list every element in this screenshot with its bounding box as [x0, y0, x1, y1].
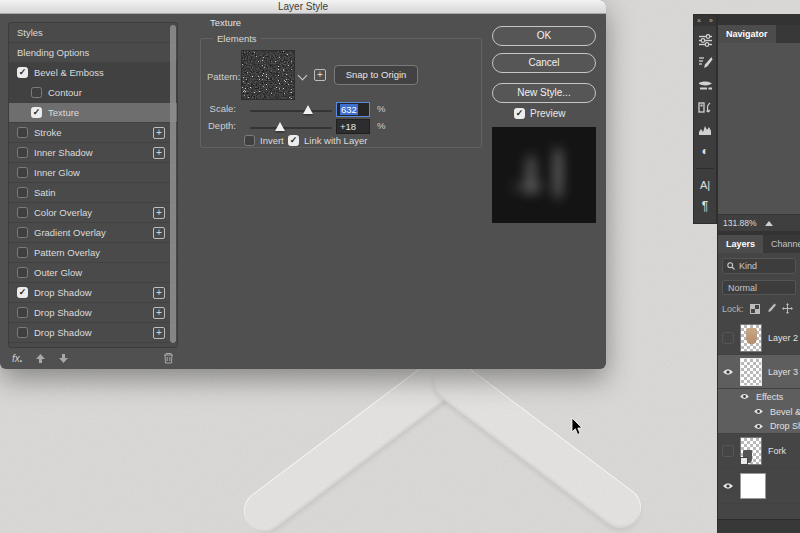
visibility-toggle[interactable]	[752, 420, 764, 432]
new-pattern-button[interactable]	[314, 69, 326, 81]
sidebar-item-styles[interactable]: Styles	[9, 23, 177, 43]
cancel-button[interactable]: Cancel	[492, 53, 596, 73]
dialog-titlebar[interactable]: Layer Style	[0, 0, 606, 14]
histogram-icon[interactable]	[698, 124, 713, 136]
layer-row-selected[interactable]: Layer 3	[718, 355, 800, 389]
checkbox[interactable]	[17, 227, 28, 238]
checkbox[interactable]	[17, 267, 28, 278]
layer-thumbnail[interactable]	[740, 473, 766, 499]
layer-thumbnail[interactable]	[740, 358, 762, 386]
layer-thumbnail[interactable]	[740, 437, 762, 465]
sidebar-item-drop-shadow-1[interactable]: Drop Shadow	[9, 283, 177, 303]
scale-input[interactable]: 632	[336, 102, 370, 117]
visibility-toggle[interactable]	[722, 332, 734, 344]
effect-dropshadow-row[interactable]: Drop Shadow	[718, 419, 800, 434]
depth-slider-track[interactable]	[250, 127, 332, 129]
sidebar-item-texture[interactable]: Texture	[9, 103, 177, 123]
add-instance-button[interactable]	[153, 307, 165, 319]
tab-channels[interactable]: Channels	[763, 235, 800, 253]
visibility-toggle[interactable]	[722, 445, 734, 457]
color-lookup-icon[interactable]: ◐	[701, 145, 708, 157]
snap-to-origin-button[interactable]: Snap to Origin	[334, 65, 418, 85]
tab-layers[interactable]: Layers	[718, 235, 763, 253]
sidebar-item-outer-glow[interactable]: Outer Glow	[9, 263, 177, 283]
sidebar-item-blending-options[interactable]: Blending Options	[9, 43, 177, 63]
sidebar-item-drop-shadow-3[interactable]: Drop Shadow	[9, 323, 177, 343]
sidebar-item-inner-glow[interactable]: Inner Glow	[9, 163, 177, 183]
sidebar-item-drop-shadow-2[interactable]: Drop Shadow	[9, 303, 177, 323]
depth-slider-thumb[interactable]	[275, 122, 285, 131]
lock-transparency-icon[interactable]	[750, 304, 760, 314]
layer-row[interactable]: Layer 2	[718, 321, 800, 355]
add-instance-button[interactable]	[153, 227, 165, 239]
checkbox[interactable]	[17, 187, 28, 198]
scale-slider-track[interactable]	[250, 110, 332, 112]
preview-checkbox-checked[interactable]	[514, 108, 525, 119]
layer-name[interactable]: Fork	[768, 446, 786, 456]
add-instance-button[interactable]	[153, 127, 165, 139]
zoom-value[interactable]: 131.88%	[723, 218, 757, 228]
link-checkbox-row[interactable]: Link with Layer	[288, 135, 367, 146]
clone-source-icon[interactable]	[698, 101, 712, 115]
navigator-preview[interactable]	[718, 43, 800, 214]
sidebar-item-gradient-overlay[interactable]: Gradient Overlay	[9, 223, 177, 243]
move-down-button[interactable]	[58, 353, 69, 364]
brushes-icon[interactable]	[698, 79, 713, 92]
checkbox[interactable]	[17, 147, 28, 158]
fx-menu-button[interactable]: fx	[12, 353, 23, 364]
add-instance-button[interactable]	[153, 287, 165, 299]
preview-checkbox-row[interactable]: Preview	[514, 108, 566, 119]
visibility-toggle[interactable]	[722, 480, 734, 492]
sidebar-item-bevel-emboss[interactable]: Bevel & Emboss	[9, 63, 177, 83]
layer-thumbnail[interactable]	[740, 324, 762, 352]
blend-mode-select[interactable]: Normal	[722, 280, 796, 295]
checkbox-checked[interactable]	[17, 287, 28, 298]
lock-pixels-icon[interactable]	[766, 303, 776, 314]
checkbox[interactable]	[17, 127, 28, 138]
visibility-toggle[interactable]	[752, 406, 764, 418]
sidebar-item-inner-shadow[interactable]: Inner Shadow	[9, 143, 177, 163]
invert-checkbox-row[interactable]: Invert	[244, 135, 284, 146]
background-layer-row[interactable]	[718, 468, 800, 504]
checkbox[interactable]	[17, 247, 28, 258]
layer-name[interactable]: Layer 2	[768, 333, 798, 343]
checkbox[interactable]	[17, 327, 28, 338]
layer-filter[interactable]: Kind	[722, 258, 796, 274]
zoom-out-icon[interactable]	[765, 221, 773, 226]
add-instance-button[interactable]	[153, 327, 165, 339]
checkbox[interactable]	[17, 307, 28, 318]
scale-slider-thumb[interactable]	[303, 105, 313, 114]
properties-icon[interactable]	[698, 34, 713, 47]
panel-group-header[interactable]	[718, 14, 800, 25]
move-up-button[interactable]	[35, 353, 46, 364]
character-panel-icon[interactable]: A|	[700, 180, 710, 191]
ok-button[interactable]: OK	[492, 26, 596, 46]
expand-panels-icon[interactable]: »	[709, 15, 713, 26]
effects-row[interactable]: Effects	[718, 389, 800, 404]
lock-position-icon[interactable]	[782, 303, 793, 314]
close-icon[interactable]: ×	[697, 15, 701, 26]
invert-checkbox[interactable]	[244, 135, 255, 146]
brush-settings-icon[interactable]	[698, 56, 713, 70]
depth-input[interactable]: +18	[336, 119, 370, 134]
new-style-button[interactable]: New Style...	[492, 83, 596, 103]
checkbox[interactable]	[17, 207, 28, 218]
paragraph-panel-icon[interactable]: ¶	[702, 200, 708, 212]
checkbox[interactable]	[31, 87, 42, 98]
layer-name[interactable]: Layer 3	[768, 367, 798, 377]
link-checkbox-checked[interactable]	[288, 135, 299, 146]
delete-effect-button[interactable]	[163, 352, 174, 364]
sidebar-item-color-overlay[interactable]: Color Overlay	[9, 203, 177, 223]
layer-row[interactable]: Fork	[718, 434, 800, 468]
effect-bevel-row[interactable]: Bevel & Emboss	[718, 404, 800, 419]
sidebar-item-stroke[interactable]: Stroke	[9, 123, 177, 143]
scrollbar[interactable]	[170, 25, 176, 343]
tab-navigator[interactable]: Navigator	[718, 25, 776, 43]
sidebar-item-pattern-overlay[interactable]: Pattern Overlay	[9, 243, 177, 263]
sidebar-item-satin[interactable]: Satin	[9, 183, 177, 203]
sidebar-item-contour[interactable]: Contour	[9, 83, 177, 103]
add-instance-button[interactable]	[153, 207, 165, 219]
checkbox[interactable]	[17, 167, 28, 178]
visibility-toggle[interactable]	[722, 366, 734, 378]
checkbox-checked[interactable]	[31, 107, 42, 118]
